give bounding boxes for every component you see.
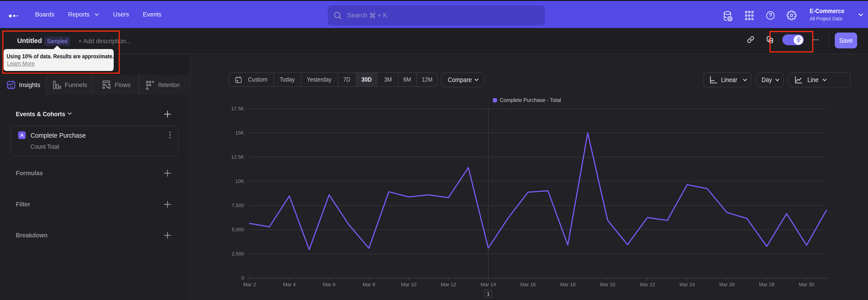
svg-text:Mar 30: Mar 30 — [799, 282, 814, 287]
svg-text:Mar 16: Mar 16 — [520, 282, 536, 287]
svg-text:Mar 12: Mar 12 — [441, 282, 456, 287]
svg-text:Mar 24: Mar 24 — [680, 282, 695, 287]
svg-text:Mar 18: Mar 18 — [560, 282, 576, 287]
svg-text:10K: 10K — [235, 178, 244, 184]
svg-text:Mar 22: Mar 22 — [640, 282, 655, 287]
svg-text:0: 0 — [241, 275, 244, 281]
svg-text:Mar 6: Mar 6 — [323, 282, 336, 287]
svg-text:Mar 26: Mar 26 — [719, 282, 735, 287]
svg-text:15K: 15K — [235, 130, 244, 136]
svg-text:1: 1 — [487, 291, 490, 297]
svg-text:Mar 4: Mar 4 — [283, 282, 296, 287]
svg-text:17.5K: 17.5K — [231, 106, 244, 112]
svg-text:Mar 2: Mar 2 — [243, 282, 256, 287]
svg-text:5,000: 5,000 — [232, 227, 244, 232]
svg-text:12.5K: 12.5K — [231, 154, 244, 160]
svg-text:Mar 8: Mar 8 — [363, 282, 375, 287]
svg-text:Mar 14: Mar 14 — [480, 282, 496, 287]
svg-text:Mar 28: Mar 28 — [759, 282, 774, 287]
svg-text:2,500: 2,500 — [232, 251, 244, 257]
svg-text:Complete Purchase - Total: Complete Purchase - Total — [500, 97, 561, 103]
svg-text:Mar 10: Mar 10 — [401, 282, 416, 287]
svg-text:7,500: 7,500 — [232, 203, 244, 208]
svg-text:Mar 20: Mar 20 — [600, 282, 615, 287]
